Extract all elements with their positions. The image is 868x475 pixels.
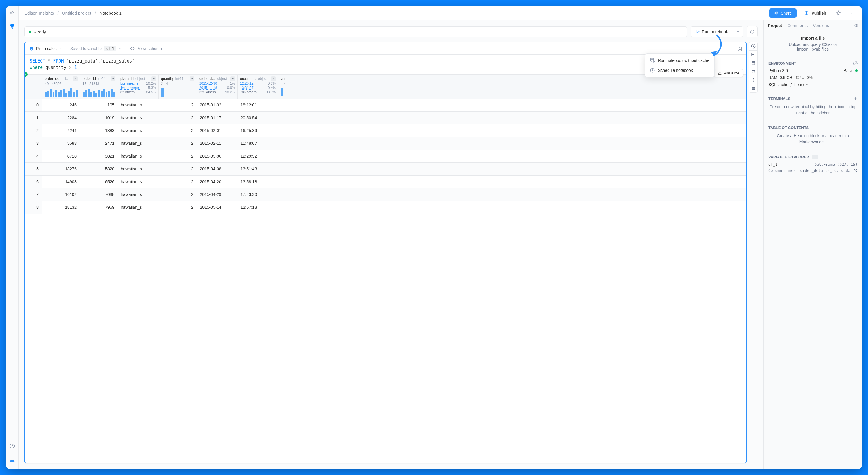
sql-code[interactable]: SELECT * FROM `pizza_data`.`pizza_sales`… xyxy=(25,55,746,75)
kernel-status-box: Ready xyxy=(24,26,687,37)
sql-kw: SELECT xyxy=(30,58,45,64)
col-histogram xyxy=(45,88,78,97)
lines-icon xyxy=(751,86,755,91)
col-name[interactable]: order_details_id xyxy=(45,77,63,81)
svg-line-9 xyxy=(776,13,777,14)
tab-project[interactable]: Project xyxy=(768,23,782,28)
svg-line-8 xyxy=(776,12,777,13)
col-name[interactable]: unit xyxy=(281,77,286,81)
varexp-link-button[interactable] xyxy=(854,169,858,173)
table-cell: 246 xyxy=(42,102,80,107)
col-name[interactable]: order_id xyxy=(83,77,96,81)
svg-point-11 xyxy=(849,12,850,13)
more-button[interactable] xyxy=(846,8,857,18)
table-cell: 6526 xyxy=(80,179,118,184)
sql-cache-selector[interactable]: SQL cache (1 hour) xyxy=(768,82,808,87)
table-row[interactable]: 242411883hawaiian_s22015-02-0116:25:39 xyxy=(25,124,746,137)
run-notebook-button[interactable]: Run notebook xyxy=(691,27,733,37)
breadcrumb-org[interactable]: Edison Insights xyxy=(24,10,54,16)
table-cell: hawaiian_s xyxy=(118,128,159,133)
svg-point-21 xyxy=(132,48,133,49)
workspace: Ready Run notebook xyxy=(19,20,764,469)
visualize-button[interactable]: Visualize xyxy=(714,69,743,77)
col-name[interactable]: quantity xyxy=(161,77,174,81)
table-cell: 8718 xyxy=(42,154,80,158)
table-cell: 2015-01-02 xyxy=(197,102,238,107)
table-cell: 12:57:13 xyxy=(238,205,278,210)
table-cell: 16102 xyxy=(42,192,80,197)
panel-collapse-button[interactable] xyxy=(854,23,858,28)
column-headers: order_details_id i… 49 - 48602 order_id … xyxy=(25,75,746,99)
tab-comments[interactable]: Comments xyxy=(787,23,808,28)
table-cell: 16:25:39 xyxy=(238,128,278,133)
table-cell: hawaiian_s xyxy=(118,179,159,184)
run-cell-button[interactable] xyxy=(749,42,757,51)
col-name[interactable]: order_date xyxy=(199,77,216,81)
add-terminal-button[interactable] xyxy=(853,96,858,101)
import-section[interactable]: Import a file Upload and query CSVs or i… xyxy=(764,31,862,56)
archive-button[interactable] xyxy=(749,59,757,67)
table-cell: 2 xyxy=(159,128,197,133)
view-schema-button[interactable]: View schema xyxy=(126,42,166,54)
chart-line-icon xyxy=(718,71,722,75)
table-cell: hawaiian_s xyxy=(118,141,159,146)
table-row[interactable]: 5132765820hawaiian_s22015-04-0813:51:43 xyxy=(25,163,746,176)
run-options-menu: Run notebook without cache Schedule note… xyxy=(645,54,715,77)
col-summary: 2 - 4 xyxy=(161,82,194,86)
run-options-chevron[interactable] xyxy=(733,27,743,37)
help-icon[interactable] xyxy=(8,442,16,450)
table-row[interactable]: 122841019hawaiian_s22015-01-1720:50:54 xyxy=(25,112,746,124)
table-cell: 5820 xyxy=(80,167,118,171)
reload-button[interactable] xyxy=(747,26,757,37)
run-without-cache-label: Run notebook without cache xyxy=(658,58,709,63)
col-menu-icon[interactable] xyxy=(111,77,115,81)
col-name[interactable]: pizza_id xyxy=(120,77,134,81)
varexp-name[interactable]: df_1 xyxy=(768,162,777,167)
sidebar-expand-icon[interactable] xyxy=(8,8,16,16)
table-cell: 7088 xyxy=(80,192,118,197)
saved-to-label: Saved to variable xyxy=(70,46,102,51)
datasource-chip[interactable]: Q Pizza sales xyxy=(25,42,66,54)
import-title: Import a file xyxy=(768,36,858,40)
run-without-cache-item[interactable]: Run notebook without cache xyxy=(647,56,713,65)
sort-button[interactable] xyxy=(749,84,757,93)
table-cell: hawaiian_s xyxy=(118,167,159,171)
table-cell: 2 xyxy=(159,115,197,120)
table-cell: 13:58:18 xyxy=(238,179,278,184)
table-row[interactable]: 355832471hawaiian_s22015-02-1111:48:07 xyxy=(25,137,746,150)
delete-button[interactable] xyxy=(749,67,757,76)
breadcrumb-notebook[interactable]: Notebook 1 xyxy=(99,10,122,16)
table-row[interactable]: 7161027088hawaiian_s22015-04-2917:43:30 xyxy=(25,188,746,201)
right-panel: Project Comments Versions Import a file … xyxy=(764,20,862,469)
breadcrumb-project[interactable]: Untitled project xyxy=(62,10,91,16)
table-row[interactable]: 487183821hawaiian_s22015-03-0612:29:52 xyxy=(25,150,746,163)
star-button[interactable] xyxy=(834,8,844,18)
col-name[interactable]: order_time xyxy=(240,77,256,81)
publish-button[interactable]: Publish xyxy=(800,8,831,18)
table-row[interactable]: 8181327959hawaiian_s22015-05-1412:57:13 xyxy=(25,201,746,214)
table-cell: 3821 xyxy=(80,154,118,158)
variable-chip[interactable]: Saved to variable df_1 xyxy=(66,42,126,54)
schedule-notebook-item[interactable]: Schedule notebook xyxy=(647,65,713,75)
env-settings-button[interactable] xyxy=(853,61,858,65)
col-menu-icon[interactable] xyxy=(151,77,156,81)
svg-point-29 xyxy=(753,80,753,80)
profile-icon[interactable] xyxy=(8,455,16,464)
share-button[interactable]: Share xyxy=(769,8,797,18)
tab-versions[interactable]: Versions xyxy=(813,23,829,28)
table-row[interactable]: 6149036526hawaiian_s22015-04-2013:58:18 xyxy=(25,176,746,188)
svg-marker-14 xyxy=(696,30,699,33)
dots-horizontal-icon xyxy=(849,10,854,16)
table-row[interactable]: 0246105hawaiian_s22015-01-0218:12:01 xyxy=(25,99,746,112)
col-menu-icon[interactable] xyxy=(190,77,194,81)
comment-button[interactable] xyxy=(749,50,757,59)
table-cell: 2471 xyxy=(80,141,118,146)
lightbulb-icon[interactable] xyxy=(8,22,16,30)
col-menu-icon[interactable] xyxy=(73,77,78,81)
more-vert-button[interactable] xyxy=(749,76,757,84)
col-menu-icon[interactable] xyxy=(271,77,276,81)
col-menu-icon[interactable] xyxy=(230,77,235,81)
row-index: 7 xyxy=(25,188,42,201)
database-play-icon xyxy=(650,58,655,63)
play-circle-icon xyxy=(751,44,755,49)
